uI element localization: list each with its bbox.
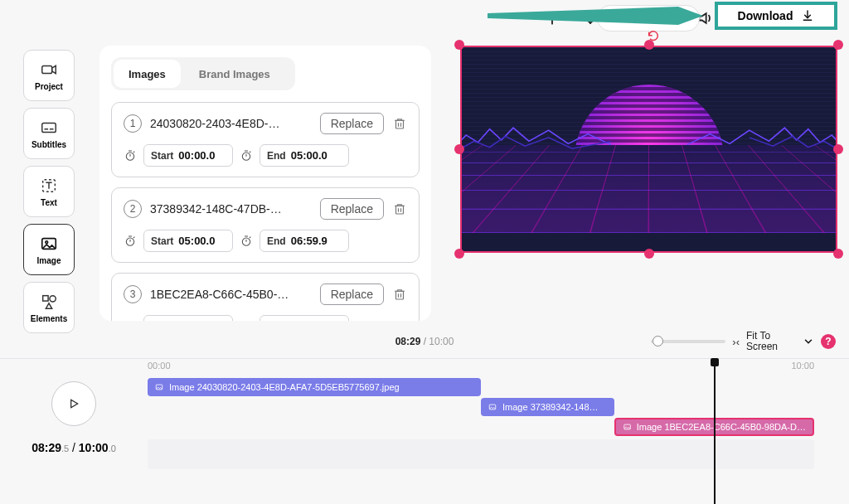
camera-icon [40, 61, 58, 79]
arrow-down-icon[interactable] [582, 10, 599, 27]
timeline-clip[interactable]: Image 37389342-148… [481, 398, 614, 416]
stopwatch-icon [124, 320, 137, 322]
play-icon [67, 397, 80, 410]
item-number: 3 [124, 285, 142, 303]
resize-handle[interactable] [833, 40, 843, 50]
play-button[interactable] [51, 381, 96, 426]
arrow-up-icon[interactable] [544, 10, 560, 27]
mountain-graphic [460, 117, 611, 153]
sidebar-item-label: Project [35, 82, 63, 91]
delete-button[interactable] [392, 287, 407, 302]
clip-label: Image 1BEC2EA8-C66C-45B0-98DA-D… [637, 422, 806, 432]
svg-point-5 [46, 240, 48, 243]
image-card: 31BEC2EA8-C66C-45B0-…ReplaceStart06:59.9… [111, 273, 420, 321]
time-row: 08:29 / 10:00 ›‹ Fit To Screen ? [0, 325, 849, 358]
sidebar: Project Subtitles Text Image Elements [23, 50, 75, 333]
svg-point-13 [242, 238, 250, 245]
fit-to-screen-button[interactable]: Fit To Screen [746, 331, 796, 352]
subtitles-icon [40, 119, 58, 137]
tab-images[interactable]: Images [114, 60, 181, 88]
svg-rect-11 [396, 206, 404, 214]
resize-handle[interactable] [833, 249, 843, 259]
stopwatch-icon [240, 235, 253, 248]
stopwatch-icon [240, 320, 253, 322]
spacer-pill [597, 5, 700, 32]
timecode: 08:29.5 / 10:00.0 [32, 441, 116, 454]
sidebar-item-label: Elements [31, 314, 67, 323]
stopwatch-icon [124, 235, 137, 248]
divider [0, 358, 849, 359]
sidebar-item-project[interactable]: Project [23, 50, 75, 101]
image-card: 237389342-148C-47DB-…ReplaceStart05:00.0… [111, 187, 420, 263]
resize-handle[interactable] [454, 249, 464, 259]
help-button[interactable]: ? [821, 334, 836, 349]
start-time-input[interactable]: Start05:00.0 [143, 230, 233, 252]
svg-rect-14 [396, 291, 404, 299]
selected-image[interactable] [460, 46, 837, 253]
sidebar-item-label: Text [41, 198, 57, 207]
svg-rect-6 [43, 295, 48, 300]
tab-brand-images[interactable]: Brand Images [184, 60, 285, 88]
image-list-panel: Images Brand Images 124030820-2403-4E8D-… [99, 46, 431, 321]
item-filename: 24030820-2403-4E8D-… [150, 117, 312, 130]
item-filename: 1BEC2EA8-C66C-45B0-… [150, 288, 312, 301]
resize-handle[interactable] [454, 40, 464, 50]
download-button[interactable]: Download [715, 2, 837, 30]
resize-handle[interactable] [644, 249, 654, 259]
clip-label: Image 37389342-148… [502, 402, 599, 412]
shapes-icon [40, 293, 58, 311]
end-time-input[interactable]: End06:59.9 [260, 230, 349, 252]
panel-tabs: Images Brand Images [111, 57, 295, 90]
delete-button[interactable] [392, 116, 407, 131]
sidebar-item-subtitles[interactable]: Subtitles [23, 108, 75, 159]
replace-button[interactable]: Replace [320, 284, 384, 305]
time-readout: 08:29 / 10:00 [395, 336, 454, 347]
sidebar-item-label: Subtitles [32, 140, 66, 149]
svg-rect-1 [42, 65, 52, 73]
mountain-graphic [686, 117, 837, 153]
text-icon [40, 177, 58, 195]
canvas-selection[interactable] [460, 46, 837, 253]
sidebar-item-image[interactable]: Image [23, 224, 75, 275]
playback-controls: 08:29.5 / 10:00.0 [0, 381, 148, 454]
svg-point-12 [126, 238, 133, 245]
sidebar-item-text[interactable]: Text [23, 166, 75, 217]
svg-rect-18 [489, 405, 496, 410]
end-time-input[interactable]: End10:00.0 [260, 315, 349, 321]
download-label: Download [738, 9, 793, 22]
zoom-slider[interactable] [651, 340, 725, 343]
end-time-input[interactable]: End05:00.0 [260, 144, 349, 167]
chevron-down-icon[interactable] [803, 336, 814, 347]
replace-button[interactable]: Replace [320, 198, 384, 220]
start-time-input[interactable]: Start06:59.9 [143, 315, 233, 321]
image-icon [40, 235, 58, 253]
svg-rect-19 [623, 424, 630, 429]
item-number: 1 [124, 114, 142, 133]
start-time-input[interactable]: Start00:00.0 [143, 144, 233, 167]
delete-button[interactable] [392, 201, 407, 216]
stopwatch-icon [240, 149, 253, 162]
svg-rect-17 [156, 385, 163, 390]
resize-handle[interactable] [833, 144, 843, 154]
sidebar-item-label: Image [37, 256, 61, 265]
svg-rect-8 [396, 120, 404, 128]
timeline-clip[interactable]: Image 24030820-2403-4E8D-AFA7-5D5EB57756… [148, 378, 481, 396]
item-number: 2 [124, 200, 142, 218]
image-card: 124030820-2403-4E8D-…ReplaceStart00:00.0… [111, 102, 420, 177]
svg-rect-2 [42, 123, 56, 132]
download-icon [801, 9, 814, 22]
clip-label: Image 24030820-2403-4E8D-AFA7-5D5EB57756… [169, 382, 400, 392]
resize-handle[interactable] [454, 144, 464, 154]
resize-handle[interactable] [644, 40, 654, 50]
svg-point-7 [50, 295, 56, 301]
stopwatch-icon [124, 149, 137, 162]
replace-button[interactable]: Replace [320, 113, 384, 134]
item-filename: 37389342-148C-47DB-… [150, 202, 312, 216]
playhead[interactable] [714, 358, 716, 504]
fit-icon: ›‹ [732, 336, 740, 348]
